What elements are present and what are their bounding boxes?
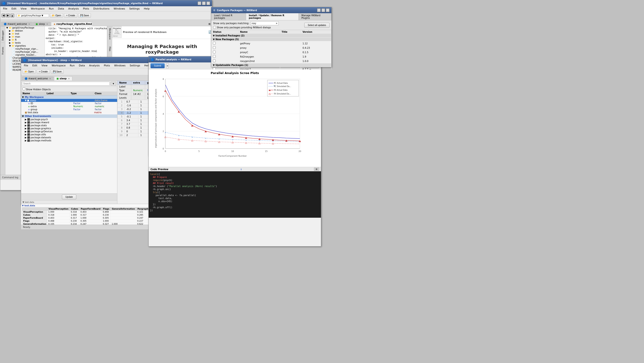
- group-row[interactable]: ◆ group Factor factor: [21, 108, 117, 111]
- roxygen2md-checkbox[interactable]: [213, 60, 216, 62]
- command-log-tab[interactable]: Command log: [2, 176, 18, 179]
- tree-inst[interactable]: ▶📁inst: [5, 32, 44, 35]
- pkg-methods-row[interactable]: ▶⬛package:methods: [21, 139, 117, 142]
- sleep-menu-file[interactable]: File: [22, 64, 30, 68]
- create-button[interactable]: + Create: [64, 13, 77, 18]
- sleep-save[interactable]: 💾 Save: [51, 69, 64, 74]
- tree-vign3[interactable]: 📄vignette_header...: [5, 53, 44, 56]
- sleep-menu-analysis[interactable]: Analysis: [87, 64, 101, 68]
- menu-edit[interactable]: Edit: [10, 7, 18, 11]
- proxyc-row[interactable]: proxyC 0.1.5: [212, 50, 332, 55]
- sleep-menu-workspace[interactable]: Workspace: [50, 64, 68, 68]
- nav-up-button[interactable]: ▲: [10, 14, 14, 18]
- location-bar[interactable]: 📁 ge/git/roxyPackage ▼: [16, 14, 49, 17]
- select-all-updates-button[interactable]: Select all updates: [304, 23, 330, 28]
- menu-help[interactable]: Help: [142, 7, 152, 11]
- sleep-tab-close[interactable]: ✕: [68, 78, 70, 80]
- sleep-row[interactable]: ▼ ■ sleep data.frame: [21, 99, 117, 102]
- menu-data[interactable]: Data: [56, 7, 66, 11]
- roxygen2md-row[interactable]: roxygen2md 1.0.0: [212, 59, 332, 63]
- menu-view[interactable]: View: [19, 7, 28, 11]
- pkg-graphics-row[interactable]: ▶⬛package:graphics: [21, 127, 117, 130]
- tree-man[interactable]: ▶📁man: [5, 35, 44, 38]
- menu-windows[interactable]: Windows: [112, 7, 127, 11]
- nav-forward-button[interactable]: ▶: [6, 14, 10, 18]
- sleep-tab-welcome[interactable]: 🔵 rkward_welcome ✕: [22, 76, 54, 81]
- rd2roxygen-row[interactable]: Rd2roxygen 1.9: [212, 55, 332, 59]
- sleep-menu-windows[interactable]: Windows: [112, 64, 127, 68]
- other-env-node[interactable]: ▼ Other Environments: [21, 114, 117, 118]
- debugger-tab[interactable]: Debugger: [1, 26, 4, 43]
- pkg-rkward-row[interactable]: ▶⬛package:rkward: [21, 121, 117, 124]
- sleep-menu-settings[interactable]: Settings: [128, 64, 142, 68]
- nav-back-button[interactable]: ◀: [2, 14, 5, 18]
- workspace-side-tab[interactable]: Workspace: [108, 26, 112, 45]
- proxy-checkbox[interactable]: [213, 46, 216, 49]
- tab-sleep-close[interactable]: ✕: [46, 23, 48, 25]
- sleep-menu-plots[interactable]: Plots: [102, 64, 112, 68]
- menu-run[interactable]: Run: [47, 7, 56, 11]
- pkg-utils-row[interactable]: ▶⬛package:utils: [21, 133, 117, 136]
- submit-button[interactable]: Submit: [150, 63, 165, 68]
- minimize-button[interactable]: ─: [198, 2, 201, 5]
- tab-welcome-close[interactable]: ✕: [28, 23, 30, 25]
- menu-workspace[interactable]: Workspace: [29, 7, 46, 11]
- updateable-section-row[interactable]: ▼ Updateable Packages (1): [212, 63, 332, 67]
- tree-vignettes[interactable]: ▼📁vignettes: [5, 44, 44, 47]
- menu-distributions[interactable]: Distributions: [91, 7, 111, 11]
- maximize-button[interactable]: □: [202, 2, 206, 5]
- search-input[interactable]: [22, 82, 110, 86]
- tab-sleep[interactable]: ■ sleep ✕: [33, 22, 51, 26]
- my-workspace-node[interactable]: ▼ My Workspace: [21, 95, 117, 99]
- pkg-grdevices-row[interactable]: ▶⬛package:grDevices: [21, 130, 117, 133]
- search-options-button[interactable]: ▼: [110, 82, 116, 86]
- sleep-tab-welcome-close[interactable]: ✕: [49, 78, 51, 80]
- config-tab-install[interactable]: Install / Update / Remove R packages: [246, 13, 299, 20]
- open-button[interactable]: 📂 Open: [50, 13, 63, 18]
- sleep-menu-run[interactable]: Run: [68, 64, 76, 68]
- providing-rkward-checkbox[interactable]: [213, 26, 216, 29]
- parallel-menu-btn[interactable]: ≡: [166, 63, 169, 68]
- menu-file[interactable]: File: [1, 7, 9, 11]
- roxygen2-checkbox[interactable]: [213, 68, 216, 69]
- menu-plots[interactable]: Plots: [81, 7, 91, 11]
- sleep-open[interactable]: 📂 Open: [22, 69, 36, 74]
- testdata-row[interactable]: ■ test.data matrix: [21, 111, 117, 114]
- tab-rmd[interactable]: ◈ roxyPackage_vignette.Rmd ✕: [51, 22, 93, 26]
- tree-vign2[interactable]: 📄roxyPackage_vign...: [5, 50, 44, 53]
- show-hidden-checkbox[interactable]: [22, 88, 25, 90]
- getproxy-row[interactable]: getProxy 1.12: [212, 41, 332, 46]
- config-close[interactable]: ✕: [326, 8, 330, 12]
- search-clear-button[interactable]: ✕: [275, 22, 278, 25]
- config-tab-manage[interactable]: Manage RKWard Plugins: [299, 13, 332, 20]
- pkg-search-input[interactable]: [251, 21, 278, 25]
- pkg-psych-row[interactable]: ▶⬛package:psych: [21, 118, 117, 121]
- extra-row[interactable]: ◆ extra Numeric numeric: [21, 105, 117, 108]
- save-button[interactable]: 💾 Save: [78, 13, 91, 18]
- config-help-btn[interactable]: ?: [317, 8, 321, 12]
- getproxy-checkbox[interactable]: [213, 42, 216, 45]
- config-minimize[interactable]: ─: [322, 8, 325, 12]
- tree-vign1[interactable]: 📄roxyPackage_vign...: [5, 47, 44, 50]
- sleep-tab-sleep[interactable]: ■ sleep ✕: [54, 76, 72, 81]
- roxygen2-row[interactable]: roxygen2 6.1.1 →: [212, 67, 332, 70]
- menu-analysis[interactable]: Analysis: [66, 7, 80, 11]
- pkg-datasets-row[interactable]: ▶⬛package:datasets: [21, 136, 117, 139]
- code-copy-button[interactable]: ⊞: [314, 168, 319, 171]
- tree-tests[interactable]: ▶📁tests: [5, 41, 44, 44]
- installed-section-row[interactable]: ▼ Installed Packages (2): [212, 34, 332, 38]
- proxyc-checkbox[interactable]: [213, 51, 216, 53]
- config-tab-load[interactable]: Load / Unload R packages: [211, 13, 246, 20]
- menu-settings[interactable]: Settings: [127, 7, 142, 11]
- sleep-menu-edit[interactable]: Edit: [30, 64, 39, 68]
- close-button[interactable]: ✕: [206, 2, 210, 5]
- update-button[interactable]: Update: [62, 194, 76, 199]
- tab-menu-icon[interactable]: ⊞: [208, 22, 211, 26]
- tree-debian[interactable]: ▶📁debian: [5, 29, 44, 32]
- pkg-stats-row[interactable]: ▶⬛package:stats: [21, 124, 117, 127]
- sleep-menu-view[interactable]: View: [40, 64, 50, 68]
- rd2roxygen-checkbox[interactable]: [213, 55, 216, 58]
- proxy-row[interactable]: proxy 0.4-23: [212, 46, 332, 50]
- frames-tab[interactable]: Frames: [1, 43, 4, 56]
- tree-root[interactable]: ▼ 📁 ge/git/roxyPackage: [5, 26, 44, 29]
